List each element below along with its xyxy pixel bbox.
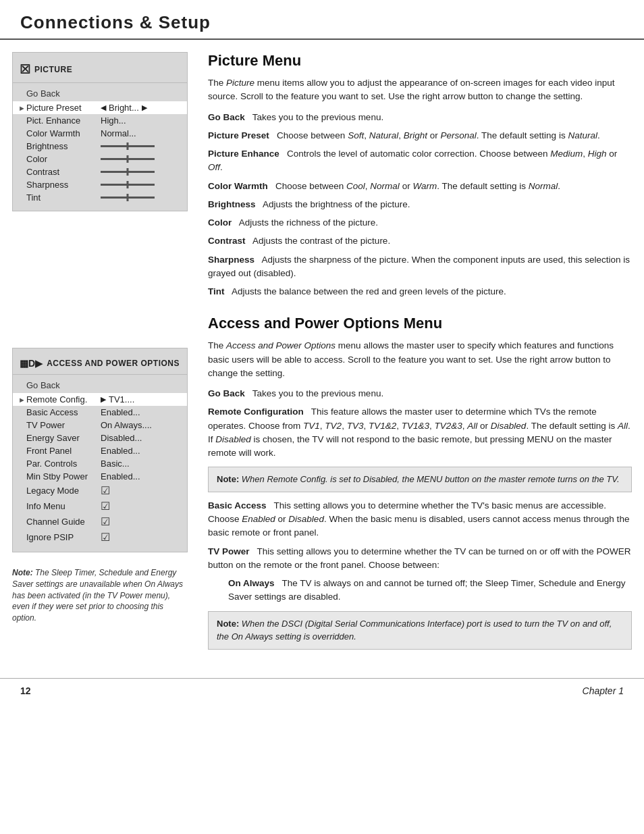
right-arrow-icon: ▶ (142, 103, 147, 112)
menu-item-front-panel[interactable]: Front Panel Enabled... (13, 444, 187, 457)
access-term-go-back: Go Back Takes you to the previous menu. (208, 387, 632, 400)
picture-icon: ☒ (20, 62, 30, 77)
footer-page-number: 12 (20, 685, 31, 696)
color-warmth-label: Color Warmth (26, 128, 101, 138)
left-arrow-icon: ◀ (101, 103, 106, 112)
color-slider (101, 158, 180, 160)
tint-label: Tint (26, 192, 101, 203)
term-sharpness: Sharpness Adjusts the sharpness of the p… (208, 253, 632, 281)
access-menu-box: ▩D▶ ACCESS AND POWER OPTIONS Go Back ► R… (12, 348, 188, 552)
tv-power-label: TV Power (26, 420, 101, 430)
picture-go-back[interactable]: Go Back (13, 86, 187, 101)
menu-item-picture-preset[interactable]: ► Picture Preset ◀ Bright... ▶ (13, 101, 187, 114)
menu-item-sharpness[interactable]: Sharpness (13, 178, 187, 191)
menu-item-color-warmth[interactable]: Color Warmth Normal... (13, 127, 187, 140)
contrast-slider (101, 171, 180, 173)
dsci-note: Note: When the DSCI (Digital Serial Comm… (208, 611, 632, 650)
footer-chapter: Chapter 1 (583, 685, 624, 696)
tv-power-options: On Always The TV is always on and cannot… (228, 577, 632, 604)
access-icon: ▩D▶ (20, 358, 43, 369)
sharpness-slider (101, 184, 180, 186)
term-picture-preset: Picture Preset Choose between Soft, Natu… (208, 129, 632, 142)
picture-section-desc: The Picture menu items allow you to adju… (208, 76, 632, 104)
picture-section: Picture Menu The Picture menu items allo… (208, 52, 632, 298)
tv-power-value: On Always.... (101, 420, 180, 430)
legacy-mode-check: ☑ (101, 484, 110, 497)
picture-menu-box: ☒ PICTURE Go Back ► Picture Preset ◀ Bri… (12, 52, 188, 211)
menu-item-min-stby-power[interactable]: Min Stby Power Enabled... (13, 470, 187, 483)
page-wrapper: Connections & Setup ☒ PICTURE Go Back ► … (0, 0, 644, 703)
picture-menu-header: ☒ PICTURE (13, 59, 187, 83)
picture-preset-val-text: Bright... (109, 103, 139, 113)
access-arrow-left-icon: ► (18, 396, 26, 404)
access-go-back[interactable]: Go Back (13, 377, 187, 393)
info-menu-label: Info Menu (26, 501, 101, 511)
pict-enhance-label: Pict. Enhance (26, 115, 101, 126)
remote-config-value: ▶ TV1.... (101, 394, 180, 405)
menu-item-contrast[interactable]: Contrast (13, 165, 187, 178)
access-section-desc: The Access and Power Options menu allows… (208, 339, 632, 380)
term-tint: Tint Adjusts the balance between the red… (208, 285, 632, 298)
menu-item-remote-config[interactable]: ► Remote Config. ▶ TV1.... (13, 393, 187, 406)
remote-config-note: Note: When Remote Config. is set to Disa… (208, 467, 632, 492)
ignore-psip-check: ☑ (101, 531, 110, 544)
access-section: Access and Power Options Menu The Access… (208, 315, 632, 649)
menu-item-legacy-mode[interactable]: Legacy Mode ☑ (13, 483, 187, 498)
channel-guide-value: ☑ (101, 515, 180, 528)
menu-item-info-menu[interactable]: Info Menu ☑ (13, 498, 187, 514)
par-controls-value: Basic... (101, 459, 180, 469)
menu-item-energy-saver[interactable]: Energy Saver Disabled... (13, 432, 187, 444)
term-brightness: Brightness Adjusts the brightness of the… (208, 198, 632, 211)
contrast-slider-bar (101, 171, 155, 173)
legacy-mode-label: Legacy Mode (26, 486, 101, 496)
access-term-tv-power: TV Power This setting allows you to dete… (208, 545, 632, 573)
menu-item-ignore-psip[interactable]: Ignore PSIP ☑ (13, 529, 187, 545)
contrast-label: Contrast (26, 167, 101, 177)
channel-guide-check: ☑ (101, 515, 110, 528)
color-warmth-value: Normal... (101, 128, 180, 138)
remote-config-label: Remote Config. (26, 394, 101, 405)
menu-item-brightness[interactable]: Brightness (13, 140, 187, 153)
access-term-basic-access: Basic Access This setting allows you to … (208, 499, 632, 540)
picture-menu-title: PICTURE (34, 65, 72, 74)
menu-item-pict-enhance[interactable]: Pict. Enhance High... (13, 114, 187, 127)
page-title: Connections & Setup (20, 12, 624, 33)
term-contrast: Contrast Adjusts the contrast of the pic… (208, 234, 632, 248)
color-slider-bar (101, 158, 155, 160)
term-go-back: Go Back Takes you to the previous menu. (208, 111, 632, 124)
arrow-left-icon: ► (18, 104, 26, 112)
picture-preset-value: ◀ Bright... ▶ (101, 103, 180, 113)
menu-item-color[interactable]: Color (13, 153, 187, 165)
menu-item-par-controls[interactable]: Par. Controls Basic... (13, 457, 187, 470)
tint-slider (101, 197, 180, 199)
pict-enhance-value: High... (101, 115, 180, 126)
access-section-title: Access and Power Options Menu (208, 315, 632, 332)
channel-guide-label: Channel Guide (26, 517, 101, 527)
right-column: Picture Menu The Picture menu items allo… (201, 52, 632, 666)
menu-item-tint[interactable]: Tint (13, 191, 187, 204)
basic-access-value: Enabled... (101, 407, 180, 417)
basic-access-label: Basic Access (26, 407, 101, 417)
sharpness-label: Sharpness (26, 180, 101, 190)
picture-section-title: Picture Menu (208, 52, 632, 70)
page-footer: 12 Chapter 1 (0, 678, 644, 703)
access-term-remote-config: Remote Configuration This feature allows… (208, 405, 632, 460)
par-controls-label: Par. Controls (26, 459, 101, 469)
term-color-warmth: Color Warmth Choose between Cool, Normal… (208, 180, 632, 193)
remote-config-val-text: TV1.... (109, 394, 134, 405)
term-color: Color Adjusts the richness of the pictur… (208, 216, 632, 230)
menu-item-tv-power[interactable]: TV Power On Always.... (13, 419, 187, 432)
color-label: Color (26, 154, 101, 164)
min-stby-power-label: Min Stby Power (26, 471, 101, 481)
page-header: Connections & Setup (0, 0, 644, 40)
legacy-mode-value: ☑ (101, 484, 180, 497)
menu-item-channel-guide[interactable]: Channel Guide ☑ (13, 514, 187, 529)
info-menu-check: ☑ (101, 500, 110, 513)
left-column: ☒ PICTURE Go Back ► Picture Preset ◀ Bri… (12, 52, 188, 666)
term-picture-enhance: Picture Enhance Controls the level of au… (208, 147, 632, 175)
term-on-always: On Always The TV is always on and cannot… (228, 577, 632, 604)
front-panel-label: Front Panel (26, 446, 101, 456)
front-panel-value: Enabled... (101, 446, 180, 456)
brightness-slider (101, 145, 180, 147)
menu-item-basic-access[interactable]: Basic Access Enabled... (13, 406, 187, 419)
